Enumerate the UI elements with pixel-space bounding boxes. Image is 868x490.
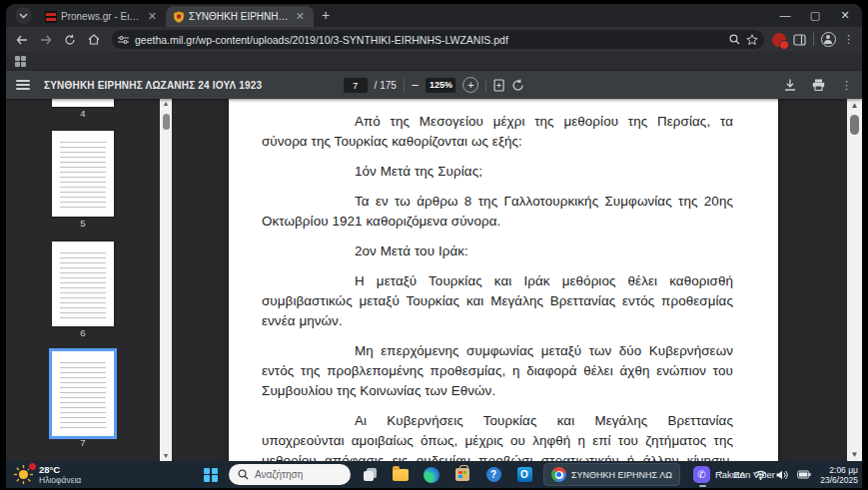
page-thumbnail[interactable] [52, 242, 114, 327]
document-paragraph: Αι Κυβερνήσεις Τουρκίας και Μεγάλης Βρετ… [262, 411, 733, 461]
scrollbar-thumb[interactable] [850, 115, 859, 135]
pdf-page-controls: 7 / 175 − 125% + [344, 77, 525, 93]
tab-close-icon[interactable]: ✕ [294, 10, 307, 23]
page-thumbnail[interactable] [52, 131, 114, 217]
document-paragraph: Από της Μεσογείου μέχρι της μεθορίου της… [262, 112, 733, 152]
thumbnail-text-preview [60, 360, 106, 429]
wifi-icon[interactable] [754, 470, 767, 480]
tab-strip: Pronews.gr - Ειδήσεις με αξία α ✕ ΣΥΝΘΗΚ… [6, 4, 862, 27]
outlook-icon[interactable]: O [512, 463, 536, 487]
weather-condition: Ηλιοφάνεια [39, 475, 81, 485]
notification-badge [28, 462, 37, 471]
document-paragraph: 1όν Μετά της Συρίας; [262, 162, 733, 182]
file-explorer-icon[interactable] [389, 463, 413, 487]
window-controls: — ▢ ✕ [772, 6, 858, 24]
volume-icon[interactable] [776, 470, 788, 480]
reload-button[interactable] [60, 30, 80, 50]
task-view-icon[interactable] [358, 463, 382, 487]
side-panel-icon[interactable] [793, 34, 806, 46]
pronews-favicon-icon [45, 11, 57, 23]
pdf-toolbar: ΣΥΝΘΗΚΗ ΕΙΡΗΝΗΣ ΛΩΖΑΝΗΣ 24 ΙΟΥΛ 1923 7 /… [6, 71, 862, 99]
language-indicator[interactable]: ΕΛ [733, 470, 745, 480]
thumbnail-page-number: 5 [80, 217, 85, 231]
edge-icon[interactable] [420, 463, 443, 487]
apps-grid-icon[interactable] [15, 56, 26, 67]
bookmark-star-icon[interactable] [746, 34, 758, 46]
back-button[interactable] [12, 30, 32, 50]
browser-menu-icon[interactable]: ⋮ [843, 33, 854, 46]
page-thumbnail[interactable] [52, 99, 114, 107]
windows-taskbar: 28°C Ηλιοφάνεια Αναζήτηση ? O ΣΥΝΘΗΚΗ [6, 461, 862, 488]
start-button[interactable] [200, 464, 222, 486]
download-icon[interactable] [784, 79, 796, 91]
zoom-level-value[interactable]: 125% [426, 78, 455, 93]
thumbnail-page-number: 7 [80, 436, 85, 450]
scrollbar-thumb[interactable] [163, 114, 170, 130]
home-button[interactable] [84, 30, 104, 50]
document-paragraph: Τα εν τω άρθρω 8 της Γαλλοτουρκικής Συμφ… [262, 192, 733, 232]
pdf-thumbnail-sidebar: 4567 ▲ ▼ [6, 99, 172, 461]
sidebar-scrollbar[interactable]: ▲ ▼ [160, 99, 172, 461]
tab-title: ΣΥΝΘΗΚΗ ΕΙΡΗΝΗΣ ΛΩΖΑΝΗ [189, 11, 290, 22]
profile-avatar[interactable] [821, 32, 836, 47]
pdf-document-title: ΣΥΝΘΗΚΗ ΕΙΡΗΝΗΣ ΛΩΖΑΝΗΣ 24 ΙΟΥΛ 1923 [44, 80, 262, 91]
tab-pronews[interactable]: Pronews.gr - Ειδήσεις με αξία α ✕ [38, 6, 166, 27]
toolbar-divider [813, 33, 814, 46]
scroll-up-icon[interactable]: ▲ [847, 99, 862, 112]
sun-icon [14, 465, 33, 484]
taskbar-clock[interactable]: 2:06 μμ 23/6/2025 [820, 465, 858, 485]
viber-icon: ✆ [693, 466, 710, 483]
pdf-more-options-icon[interactable]: ⋮ [841, 79, 852, 92]
weather-temp: 28°C [39, 465, 81, 475]
minimize-button[interactable]: — [772, 6, 798, 24]
thumbnail-text-preview [60, 250, 106, 319]
tab-pdf-active[interactable]: ΣΥΝΘΗΚΗ ΕΙΡΗΝΗΣ ΛΩΖΑΝΗ ✕ [166, 6, 314, 27]
rotate-icon[interactable] [511, 79, 524, 92]
thumbnail-page-number: 4 [80, 107, 85, 121]
tab-close-icon[interactable]: ✕ [146, 10, 159, 23]
tray-overflow-icon[interactable]: ⌃ [717, 470, 725, 480]
close-button[interactable]: ✕ [832, 6, 858, 24]
pdf-scrollbar[interactable]: ▲ ▼ [847, 99, 862, 461]
pdf-viewer[interactable]: Από της Μεσογείου μέχρι της μεθορίου της… [172, 99, 862, 461]
forward-button[interactable] [36, 30, 56, 50]
pdf-page: Από της Μεσογείου μέχρι της μεθορίου της… [229, 99, 778, 461]
running-indicator [699, 485, 706, 487]
print-icon[interactable] [812, 79, 825, 91]
zoom-in-button[interactable]: + [462, 77, 478, 93]
address-bar[interactable]: geetha.mil.gr/wp-content/uploads/2019/10… [112, 30, 764, 49]
extension-icon[interactable] [772, 33, 786, 47]
taskbar-center: Αναζήτηση ? O ΣΥΝΘΗΚΗ ΕΙΡΗΝΗΣ ΛΩ ✆ Rakut… [200, 463, 781, 487]
new-tab-button[interactable]: + [322, 7, 330, 23]
site-info-icon[interactable] [118, 35, 129, 45]
fit-page-icon[interactable] [493, 79, 504, 92]
clock-date: 23/6/2025 [820, 475, 858, 485]
clock-time: 2:06 μμ [820, 465, 858, 475]
zoom-page-icon[interactable] [729, 34, 740, 45]
scroll-down-icon[interactable]: ▼ [847, 448, 862, 461]
zoom-out-button[interactable]: − [412, 78, 420, 93]
tab-search-button[interactable] [15, 7, 32, 24]
chrome-taskbar-button[interactable]: ΣΥΝΘΗΚΗ ΕΙΡΗΝΗΣ ΛΩ [543, 463, 680, 486]
maximize-button[interactable]: ▢ [802, 6, 828, 24]
thumbnail-text-preview [60, 140, 106, 209]
desktop-screen: Pronews.gr - Ειδήσεις με αξία α ✕ ΣΥΝΘΗΚ… [0, 0, 868, 490]
scroll-up-icon[interactable]: ▲ [160, 99, 172, 109]
scroll-down-icon[interactable]: ▼ [160, 451, 172, 461]
taskbar-search-box[interactable]: Αναζήτηση [229, 464, 351, 485]
chevron-down-icon [19, 13, 28, 19]
document-paragraph: Μη επερχόμενης συμφωνίας μεταξύ των δύο … [262, 341, 733, 401]
page-number-input[interactable]: 7 [344, 78, 368, 93]
system-tray: ⌃ ΕΛ 2:06 μμ 23/6/2025 [717, 465, 858, 485]
pdf-menu-icon[interactable] [16, 80, 30, 90]
battery-icon[interactable] [797, 470, 811, 479]
get-help-icon[interactable]: ? [481, 463, 505, 487]
microsoft-store-icon[interactable] [450, 463, 474, 487]
url-text[interactable]: geetha.mil.gr/wp-content/uploads/2019/10… [135, 34, 723, 46]
browser-window: Pronews.gr - Ειδήσεις με αξία α ✕ ΣΥΝΘΗΚ… [6, 4, 862, 461]
page-total-label: / 175 [375, 80, 397, 91]
pdf-divider [485, 79, 486, 92]
document-paragraph: Η μεταξύ Τουρκίας και Ιράκ μεθόριος θέλε… [262, 271, 733, 331]
page-thumbnail[interactable] [52, 351, 114, 437]
weather-widget[interactable]: 28°C Ηλιοφάνεια [14, 465, 81, 485]
